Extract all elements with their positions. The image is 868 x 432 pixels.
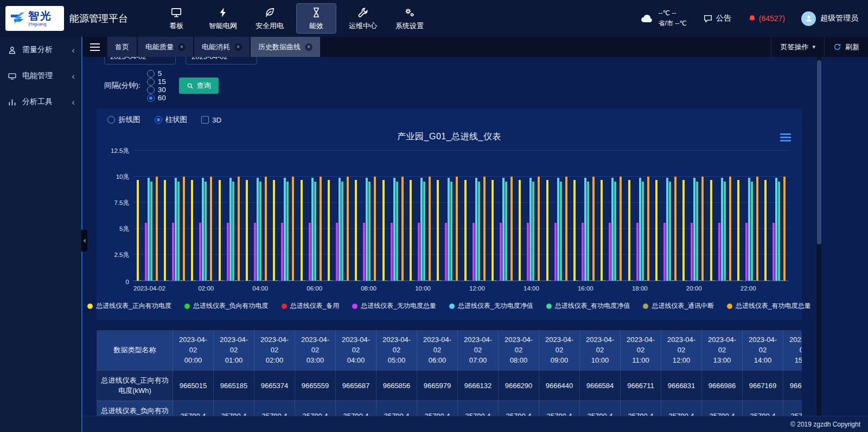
interval-radio-5[interactable]: 5	[147, 69, 166, 78]
bar	[153, 280, 155, 281]
hamburger-icon[interactable]	[82, 37, 107, 57]
sidebar-item-analysis-tools[interactable]: 分析工具‹	[0, 89, 81, 115]
y-tick-label: 5兆	[119, 225, 129, 233]
legend-item-0[interactable]: 总进线仪表_正向有功电度	[87, 301, 171, 311]
bar	[445, 223, 447, 281]
table-cell: 9666132	[458, 370, 499, 401]
bar-group-0	[133, 151, 161, 281]
legend-item-6[interactable]: 总进线仪表_通讯中断	[643, 301, 714, 311]
chart-title: 产业园_G01_总进线_仪表	[105, 131, 793, 143]
table-cell: 35790.4	[661, 401, 702, 416]
nav-item-ops-center[interactable]: 运维中心	[343, 3, 383, 34]
bar	[617, 280, 619, 281]
bar-group-10	[406, 151, 433, 281]
tab-item-0[interactable]: 首页	[107, 37, 137, 57]
bar	[347, 177, 349, 281]
chart-panel: 折线图 柱状图 3D 产业园_G01_总进线_仪表	[97, 108, 802, 320]
tab-item-2[interactable]: 电能消耗×	[194, 37, 250, 57]
gridline	[133, 150, 789, 151]
bar	[341, 182, 343, 281]
tab-item-1[interactable]: 电能质量×	[138, 37, 193, 57]
interval-option-label: 60	[158, 94, 166, 102]
chart-type-bar-radio[interactable]: 柱状图	[155, 115, 188, 125]
bar	[292, 177, 294, 281]
smart-grid-icon	[217, 7, 229, 18]
nav-item-safe-power[interactable]: 安全用电	[250, 3, 290, 34]
bar-group-2	[188, 151, 215, 281]
legend-item-1[interactable]: 总进线仪表_负向有功电度	[184, 301, 269, 311]
table-header-col-1: 2023-04-02 01:00	[214, 331, 254, 371]
bar-chart: 02.5兆5兆7.5兆10兆12.5兆	[105, 151, 793, 281]
query-button[interactable]: 查询	[179, 78, 219, 94]
x-tick-label: 12:00	[463, 285, 490, 292]
scrollbar-thumb[interactable]	[817, 60, 821, 244]
x-tick-label	[437, 285, 464, 292]
bar	[172, 223, 174, 281]
bar	[693, 178, 695, 281]
interval-radio-30[interactable]: 30	[147, 86, 166, 94]
sidebar-item-energy-management[interactable]: 电能管理‹	[0, 63, 81, 89]
weather-temp: --℃ --	[659, 8, 687, 18]
legend-item-5[interactable]: 总进线仪表_有功电度净值	[546, 301, 630, 311]
sidebar-items: 需量分析‹电能管理‹分析工具‹	[0, 37, 81, 115]
chart-type-line-radio[interactable]: 折线图	[107, 115, 141, 125]
start-date-input[interactable]: 2023-04-02	[104, 57, 176, 65]
refresh-button[interactable]: 刷新	[824, 37, 868, 57]
vertical-scrollbar[interactable]	[816, 57, 821, 416]
legend-item-7[interactable]: 总进线仪表_有功电度总量	[727, 301, 811, 311]
bar	[740, 280, 742, 281]
table-header-col-8: 2023-04-02 08:00	[499, 331, 539, 371]
sidebar: 需量分析‹电能管理‹分析工具‹	[0, 37, 82, 432]
bar	[647, 177, 649, 281]
close-icon[interactable]: ×	[305, 43, 312, 51]
end-date-input[interactable]: 2023-04-02	[186, 57, 257, 65]
legend-item-4[interactable]: 总进线仪表_无功电度净值	[449, 301, 533, 311]
bar	[764, 180, 767, 281]
table-row: 总进线仪表_负向有功电度(kWh)35790.435790.435790.435…	[97, 401, 802, 416]
nav-item-system-settings[interactable]: 系统设置	[390, 3, 430, 34]
bar	[426, 280, 428, 281]
legend-item-3[interactable]: 总进线仪表_无功电度总量	[352, 301, 436, 311]
tab-operations-button[interactable]: 页签操作 ▾	[771, 37, 824, 57]
bar	[685, 280, 687, 281]
tab-item-3[interactable]: 历史数据曲线×	[251, 37, 320, 57]
notice-button[interactable]: 公告	[703, 14, 731, 23]
nav-item-energy-efficiency[interactable]: 能效	[296, 3, 336, 34]
table-header-col-9: 2023-04-02 09:00	[539, 331, 580, 371]
table-row-label: 总进线仪表_正向有功电度(kWh)	[97, 370, 173, 401]
sidebar-collapse-handle[interactable]	[81, 230, 87, 252]
bar	[751, 182, 753, 281]
analysis-tools-icon	[8, 98, 17, 107]
bar-group-9	[379, 151, 406, 281]
bar	[180, 280, 182, 281]
table-cell: 35790.4	[336, 401, 376, 416]
close-icon[interactable]: ×	[178, 43, 186, 51]
alarm-button[interactable]: (64527)	[748, 14, 785, 23]
sidebar-item-demand-analysis[interactable]: 需量分析‹	[0, 37, 81, 63]
search-icon	[187, 82, 194, 89]
bar	[453, 280, 455, 281]
chart-bars	[133, 151, 789, 281]
user-menu[interactable]: 超级管理员	[801, 11, 858, 26]
nav-item-kanban[interactable]: 看板	[156, 3, 196, 34]
bar	[756, 177, 758, 281]
nav-item-smart-grid[interactable]: 智能电网	[203, 3, 243, 34]
legend-item-2[interactable]: 总进线仪表_备用	[282, 301, 340, 311]
bar	[246, 180, 248, 281]
interval-radio-15[interactable]: 15	[147, 78, 166, 86]
bar	[382, 180, 385, 281]
bar	[718, 223, 720, 281]
table-cell: 9667342	[783, 370, 802, 401]
bar	[396, 182, 398, 281]
data-table-wrap: 数据类型名称2023-04-02 00:002023-04-02 01:0020…	[97, 330, 802, 416]
x-tick-label	[653, 285, 680, 292]
chart-3d-checkbox[interactable]: 3D	[201, 116, 221, 124]
bar	[276, 280, 278, 281]
menu-icon[interactable]	[780, 133, 791, 141]
table-header-col-2: 2023-04-02 02:00	[254, 331, 295, 371]
close-icon[interactable]: ×	[234, 43, 242, 51]
demand-analysis-icon	[8, 46, 17, 55]
bar	[219, 180, 221, 281]
interval-radio-60[interactable]: 60	[147, 94, 166, 102]
legend-dot-icon	[184, 304, 190, 309]
